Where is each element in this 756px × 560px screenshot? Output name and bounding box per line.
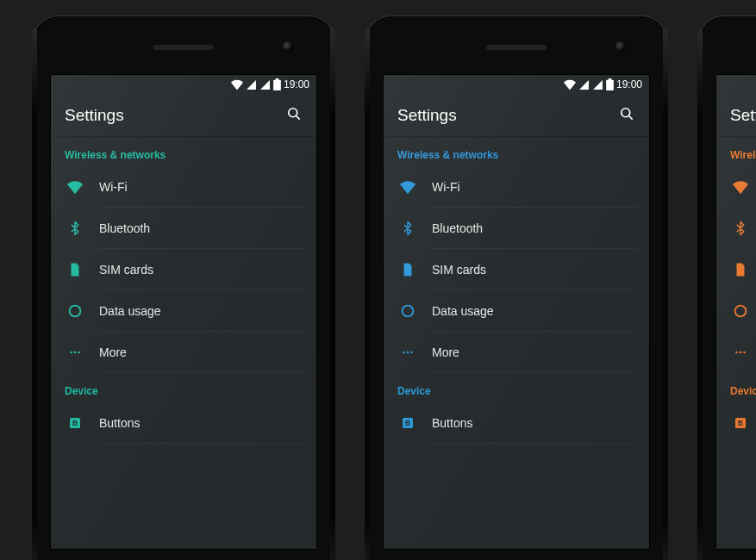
front-camera <box>283 41 293 52</box>
svg-text:B: B <box>738 420 743 427</box>
sim-icon <box>716 262 756 277</box>
row-bluetooth[interactable]: Bluetooth <box>51 208 316 249</box>
svg-point-2 <box>70 306 81 317</box>
svg-point-8 <box>622 108 630 116</box>
phone-edge <box>365 28 370 560</box>
svg-text:B: B <box>405 420 410 427</box>
phone-edge <box>663 28 668 560</box>
row-data-usage[interactable]: Data usage <box>384 290 649 332</box>
wifi-status-icon <box>564 78 576 90</box>
row-buttons[interactable]: B Buttons <box>51 402 316 444</box>
bluetooth-icon <box>716 221 756 236</box>
svg-point-12 <box>407 352 409 354</box>
row-label: SIM cards <box>99 263 153 277</box>
signal-2-icon <box>259 79 271 90</box>
earpiece <box>486 45 547 50</box>
bluetooth-icon <box>51 221 99 236</box>
status-time: 19:00 <box>616 78 642 90</box>
screen: 19:00 Settings Wireless & networks Wi-Fi… <box>715 74 756 550</box>
app-bar: Settings <box>384 94 649 137</box>
status-time: 19:00 <box>284 78 309 90</box>
phone-mockup: 19:00 Settings Wireless & networks Wi-Fi… <box>698 16 756 560</box>
svg-point-20 <box>740 352 742 354</box>
data-usage-icon <box>716 303 756 319</box>
row-bluetooth[interactable]: Bluetooth <box>716 208 756 249</box>
signal-1-icon <box>246 79 257 90</box>
section-header-wireless: Wireless & networks <box>384 137 649 166</box>
row-label: Wi-Fi <box>99 180 128 194</box>
svg-point-4 <box>74 352 77 354</box>
divider <box>99 443 304 444</box>
row-label: Buttons <box>432 416 472 430</box>
row-more[interactable]: More <box>51 332 316 373</box>
svg-point-19 <box>735 352 738 354</box>
row-sim-cards[interactable]: SIM cards <box>384 249 649 290</box>
status-bar: 19:00 <box>716 75 756 94</box>
battery-icon <box>273 78 281 90</box>
screen: 19:00 Settings Wireless & networks Wi-Fi… <box>50 74 317 550</box>
screen: 19:00 Settings Wireless & networks Wi-Fi… <box>383 74 650 550</box>
row-more[interactable]: More <box>384 332 649 373</box>
row-wifi[interactable]: Wi-Fi <box>51 166 316 208</box>
more-icon <box>51 345 99 360</box>
row-data-usage[interactable]: Data usage <box>716 290 756 332</box>
wifi-icon <box>716 179 756 195</box>
battery-icon <box>606 78 614 90</box>
divider <box>432 372 637 373</box>
wifi-status-icon <box>231 78 243 90</box>
svg-line-9 <box>629 115 633 119</box>
row-buttons[interactable]: B Buttons <box>716 402 756 444</box>
app-bar: Settings <box>716 94 756 137</box>
more-icon <box>716 345 756 360</box>
row-wifi[interactable]: Wi-Fi <box>716 166 756 208</box>
row-label: Buttons <box>99 416 140 430</box>
svg-point-18 <box>735 306 747 317</box>
svg-text:B: B <box>72 420 78 427</box>
svg-point-5 <box>78 352 80 354</box>
status-bar: 19:00 <box>51 75 316 94</box>
page-title: Settings <box>730 106 756 125</box>
phone-edge <box>697 28 703 560</box>
phone-mockup: 19:00 Settings Wireless & networks Wi-Fi… <box>366 16 667 560</box>
svg-line-1 <box>297 115 300 119</box>
settings-list: Wireless & networks Wi-Fi Bluetooth SIM … <box>51 137 316 444</box>
row-more[interactable]: More <box>716 332 756 373</box>
svg-point-11 <box>403 352 405 354</box>
more-icon <box>384 345 432 360</box>
svg-point-3 <box>70 352 72 354</box>
data-usage-icon <box>384 303 432 319</box>
signal-2-icon <box>592 79 603 90</box>
section-header-device: Device <box>716 373 756 402</box>
data-usage-icon <box>51 303 99 319</box>
app-bar: Settings <box>51 94 316 137</box>
page-title: Settings <box>65 106 124 125</box>
row-label: Data usage <box>99 304 161 318</box>
row-data-usage[interactable]: Data usage <box>51 290 316 332</box>
row-sim-cards[interactable]: SIM cards <box>51 249 316 290</box>
page-title: Settings <box>397 106 457 125</box>
row-buttons[interactable]: B Buttons <box>384 402 649 444</box>
svg-point-21 <box>743 352 746 354</box>
row-label: Bluetooth <box>99 221 150 235</box>
section-header-wireless: Wireless & networks <box>716 137 756 166</box>
row-sim-cards[interactable]: SIM cards <box>716 249 756 290</box>
row-bluetooth[interactable]: Bluetooth <box>384 208 649 249</box>
phone-mockup: 19:00 Settings Wireless & networks Wi-Fi… <box>33 16 334 560</box>
row-label: More <box>432 345 459 359</box>
bluetooth-icon <box>384 221 432 236</box>
svg-point-0 <box>289 108 297 116</box>
row-label: Bluetooth <box>432 221 483 235</box>
section-header-device: Device <box>51 373 316 402</box>
phone-edge <box>330 28 335 560</box>
settings-list: Wireless & networks Wi-Fi Bluetooth SIM … <box>716 137 756 444</box>
buttons-icon: B <box>384 415 432 431</box>
buttons-icon: B <box>716 415 756 431</box>
earpiece <box>153 45 214 50</box>
row-wifi[interactable]: Wi-Fi <box>384 166 649 208</box>
settings-list: Wireless & networks Wi-Fi Bluetooth SIM … <box>384 137 649 444</box>
search-icon[interactable] <box>285 105 303 126</box>
row-label: SIM cards <box>432 263 486 277</box>
row-label: More <box>99 345 127 359</box>
divider <box>432 443 637 444</box>
search-icon[interactable] <box>618 105 635 126</box>
